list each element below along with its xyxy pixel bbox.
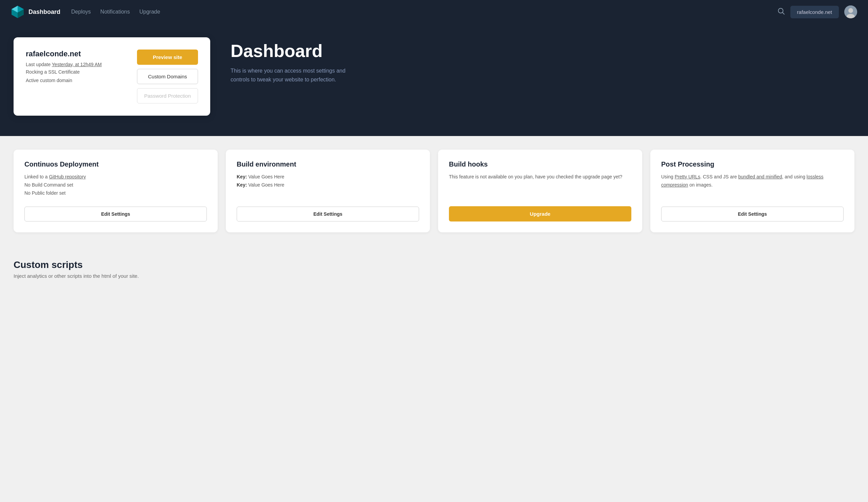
card-build-hooks: Build hooks This feature is not availabl… — [438, 150, 642, 232]
card-body-pp: Using Pretty URLs. CSS and JS are bundle… — [661, 173, 844, 197]
main-content: Continuos Deployment Linked to a GitHub … — [0, 136, 868, 293]
key-label-1: Key: — [237, 174, 247, 180]
be-line-2: Key: Value Goes Here — [237, 181, 419, 189]
nav-upgrade[interactable]: Upgrade — [140, 9, 160, 15]
last-update: Last update Yesterday, at 12h49 AM — [26, 62, 127, 67]
pretty-urls-link[interactable]: Pretty URLs — [675, 174, 700, 180]
svg-point-8 — [848, 8, 853, 13]
cards-grid: Continuos Deployment Linked to a GitHub … — [13, 150, 855, 232]
site-selector[interactable]: rafaelconde.net — [790, 6, 839, 18]
card-body-be: Key: Value Goes Here Key: Value Goes Her… — [237, 173, 419, 197]
navbar-right: rafaelconde.net — [777, 6, 857, 18]
avatar[interactable] — [844, 6, 857, 18]
card-title-cd: Continuos Deployment — [24, 161, 207, 168]
cd-line-2: No Build Command set — [24, 181, 207, 189]
edit-settings-be-button[interactable]: Edit Settings — [237, 207, 419, 222]
card-footer-cd: Edit Settings — [24, 207, 207, 222]
site-card-info: rafaelconde.net Last update Yesterday, a… — [26, 50, 127, 85]
bundled-minified-link[interactable]: bundled and minified — [738, 174, 782, 180]
site-card-actions: Preview site Custom Domains Password Pro… — [137, 50, 198, 103]
search-icon[interactable] — [777, 8, 785, 17]
nav-deploys[interactable]: Deploys — [71, 9, 91, 15]
cd-line-1: Linked to a GitHub repository — [24, 173, 207, 181]
be-line-1: Key: Value Goes Here — [237, 173, 419, 181]
card-footer-bh: Upgrade — [449, 206, 631, 222]
card-continuous-deployment: Continuos Deployment Linked to a GitHub … — [13, 150, 218, 232]
card-footer-pp: Edit Settings — [661, 207, 844, 222]
github-repo-link[interactable]: GitHub repository — [49, 174, 86, 180]
custom-scripts-subtitle: Inject analytics or other scripts into t… — [13, 273, 855, 279]
nav-notifications[interactable]: Notifications — [100, 9, 130, 15]
pp-css: . CSS and JS are — [700, 174, 738, 180]
card-title-be: Build environment — [237, 161, 419, 168]
pp-and: , and using — [782, 174, 806, 180]
upgrade-button[interactable]: Upgrade — [449, 206, 631, 222]
hero-section: rafaelconde.net Last update Yesterday, a… — [0, 24, 868, 136]
edit-settings-pp-button[interactable]: Edit Settings — [661, 207, 844, 222]
password-protection-button[interactable]: Password Protection — [137, 88, 198, 103]
card-title-pp: Post Processing — [661, 161, 844, 168]
bh-line-1: This feature is not available on you pla… — [449, 173, 631, 181]
site-card: rafaelconde.net Last update Yesterday, a… — [13, 37, 210, 116]
pp-using: Using — [661, 174, 675, 180]
site-domain: rafaelconde.net — [26, 50, 127, 58]
logo-icon — [11, 5, 24, 19]
svg-line-6 — [782, 12, 784, 14]
navbar-logo[interactable]: Dashboard — [11, 5, 60, 19]
page-title: Dashboard — [230, 41, 359, 61]
custom-scripts-title: Custom scripts — [13, 259, 855, 270]
card-footer-be: Edit Settings — [237, 207, 419, 222]
last-update-value[interactable]: Yesterday, at 12h49 AM — [52, 62, 102, 67]
card-build-environment: Build environment Key: Value Goes Here K… — [226, 150, 430, 232]
card-body-bh: This feature is not available on you pla… — [449, 173, 631, 197]
navbar-brand: Dashboard — [29, 9, 60, 16]
card-body-cd: Linked to a GitHub repository No Build C… — [24, 173, 207, 197]
hero-text: Dashboard This is where you can access m… — [230, 37, 359, 84]
card-title-bh: Build hooks — [449, 161, 631, 168]
key-label-2: Key: — [237, 182, 247, 187]
preview-site-button[interactable]: Preview site — [137, 50, 198, 65]
card-post-processing: Post Processing Using Pretty URLs. CSS a… — [650, 150, 855, 232]
cd-line-3: No Public folder set — [24, 189, 207, 197]
navbar-links: Deploys Notifications Upgrade — [71, 9, 767, 15]
pp-images: on images. — [688, 182, 712, 187]
last-update-label: Last update — [26, 62, 51, 67]
edit-settings-cd-button[interactable]: Edit Settings — [24, 207, 207, 222]
page-subtitle: This is where you can access most settin… — [230, 66, 359, 84]
ssl-status: Rocking a SSL Certificate Active custom … — [26, 68, 127, 85]
navbar: Dashboard Deploys Notifications Upgrade … — [0, 0, 868, 24]
custom-scripts-section: Custom scripts Inject analytics or other… — [13, 253, 855, 279]
custom-domains-button[interactable]: Custom Domains — [137, 69, 198, 84]
